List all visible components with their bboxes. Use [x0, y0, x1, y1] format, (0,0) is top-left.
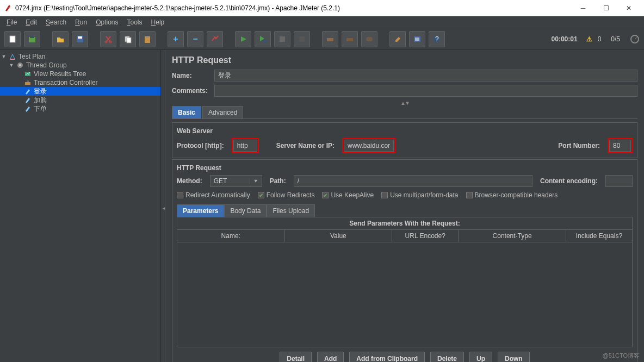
col-equals[interactable]: Include Equals?	[566, 230, 632, 242]
keepalive-checkbox[interactable]: ✔Use KeepAlive	[322, 191, 374, 199]
templates-button[interactable]	[24, 31, 40, 47]
parameters-table: Send Parameters With the Request: Name: …	[177, 217, 633, 347]
server-input[interactable]	[344, 140, 394, 152]
remote-start-button[interactable]	[322, 31, 338, 47]
subtab-parameters[interactable]: Parameters	[177, 204, 224, 217]
add-button[interactable]: Add	[317, 352, 344, 362]
comments-input[interactable]	[214, 85, 637, 97]
params-body[interactable]	[177, 242, 632, 347]
tree-node-threadgroup[interactable]: ▼ Thread Group	[0, 61, 160, 70]
follow-redirects-checkbox[interactable]: ✔Follow Redirects	[258, 191, 315, 199]
redirect-auto-checkbox[interactable]: Redirect Automatically	[177, 191, 250, 199]
svg-text:?: ?	[435, 35, 439, 43]
protocol-label: Protocol [http]:	[177, 142, 224, 149]
start-notimers-button[interactable]	[255, 31, 271, 47]
window-titlebar: 0724.jmx (E:\testing\Tool\Jmeter\apache-…	[0, 0, 644, 16]
svg-rect-15	[346, 38, 353, 41]
browser-headers-checkbox[interactable]: Browser-compatible headers	[466, 191, 558, 199]
stop-button[interactable]	[274, 31, 290, 47]
svg-rect-0	[10, 36, 15, 42]
svg-rect-27	[27, 80, 29, 82]
collapse-toggle-icon[interactable]: ▲▼	[400, 100, 409, 106]
minimize-button[interactable]: ─	[572, 2, 594, 15]
method-combo[interactable]: GET ▼	[210, 175, 262, 187]
svg-rect-22	[10, 59, 15, 60]
detail-button[interactable]: Detail	[280, 352, 312, 362]
svg-rect-2	[30, 36, 34, 38]
toggle-button[interactable]	[207, 31, 223, 47]
search-button[interactable]: ?	[429, 31, 445, 47]
tab-advanced[interactable]: Advanced	[202, 106, 243, 118]
copy-button[interactable]	[120, 31, 136, 47]
window-title: 0724.jmx (E:\testing\Tool\Jmeter\apache-…	[15, 4, 572, 12]
col-ctype[interactable]: Content-Type	[459, 230, 566, 242]
encoding-input[interactable]	[605, 175, 633, 187]
subtab-body-data[interactable]: Body Data	[224, 204, 267, 217]
maximize-button[interactable]: ☐	[595, 2, 617, 15]
clear-all-button[interactable]	[409, 31, 425, 47]
tree-node-order[interactable]: 下单	[0, 104, 160, 113]
gauge-icon	[630, 34, 640, 44]
menu-file[interactable]: File	[3, 17, 20, 27]
encoding-label: Content encoding:	[540, 177, 598, 185]
http-request-section: HTTP Request Method: GET ▼ Path: Content…	[172, 159, 637, 362]
svg-rect-12	[280, 36, 285, 42]
tree-node-add[interactable]: 加购	[0, 96, 160, 104]
subtab-files-upload[interactable]: Files Upload	[267, 204, 315, 217]
col-name[interactable]: Name:	[177, 230, 285, 242]
multipart-checkbox[interactable]: Use multipart/form-data	[381, 191, 458, 199]
tree-node-login[interactable]: 登录	[0, 87, 160, 96]
open-button[interactable]	[52, 31, 69, 47]
menu-tools[interactable]: Tools	[124, 17, 146, 27]
add-clipboard-button[interactable]: Add from Clipboard	[349, 352, 425, 362]
tab-basic[interactable]: Basic	[172, 106, 201, 118]
paste-button[interactable]	[139, 31, 156, 47]
menu-run[interactable]: Run	[72, 17, 90, 27]
chevron-down-icon: ▼	[250, 178, 258, 184]
web-server-title: Web Server	[177, 127, 633, 135]
remote-stop-button[interactable]	[342, 31, 358, 47]
menu-bar: File Edit Search Run Options Tools Help	[0, 16, 644, 28]
menu-options[interactable]: Options	[92, 17, 121, 27]
svg-rect-13	[299, 36, 305, 42]
highlight-server	[342, 138, 395, 153]
delete-button[interactable]: Delete	[430, 352, 464, 362]
path-input[interactable]	[294, 175, 532, 187]
editor-panel: HTTP Request Name: Comments: ▲▼ Basic Ad…	[165, 50, 644, 362]
protocol-input[interactable]	[233, 140, 257, 152]
tree-node-viewresults[interactable]: View Results Tree	[0, 70, 160, 78]
menu-edit[interactable]: Edit	[22, 17, 40, 27]
config-tabs: Basic Advanced	[172, 106, 637, 119]
comments-label: Comments:	[172, 87, 210, 95]
tree-node-transaction[interactable]: Transaction Controller	[0, 78, 160, 87]
thread-count: 0/5	[611, 35, 620, 43]
menu-help[interactable]: Help	[148, 17, 168, 27]
remote-shutdown-button[interactable]	[361, 31, 377, 47]
method-label: Method:	[177, 177, 202, 185]
port-input[interactable]	[609, 140, 631, 152]
svg-rect-8	[127, 38, 131, 43]
expand-button[interactable]: +	[168, 31, 184, 47]
col-encode[interactable]: URL Encode?	[392, 230, 459, 242]
split-handle[interactable]	[161, 50, 165, 362]
up-button[interactable]: Up	[469, 352, 492, 362]
new-button[interactable]	[4, 31, 21, 47]
save-button[interactable]	[72, 31, 88, 47]
col-value[interactable]: Value	[285, 230, 393, 242]
shutdown-button[interactable]	[294, 31, 310, 47]
test-plan-tree[interactable]: ▼ Test Plan ▼ Thread Group View Results …	[0, 50, 161, 362]
warning-icon[interactable]: ⚠	[586, 35, 592, 43]
down-button[interactable]: Down	[498, 352, 530, 362]
highlight-port	[608, 138, 633, 153]
close-button[interactable]: ✕	[618, 2, 640, 15]
clear-button[interactable]	[389, 31, 406, 47]
http-request-title: HTTP Request	[177, 164, 633, 172]
name-label: Name:	[172, 72, 210, 79]
cut-button[interactable]	[100, 31, 116, 47]
elapsed-timer: 00:00:01	[552, 35, 578, 43]
menu-search[interactable]: Search	[42, 17, 70, 27]
name-input[interactable]	[214, 70, 637, 82]
collapse-button[interactable]: −	[187, 31, 203, 47]
tree-node-testplan[interactable]: ▼ Test Plan	[0, 52, 160, 61]
start-button[interactable]	[235, 31, 251, 47]
